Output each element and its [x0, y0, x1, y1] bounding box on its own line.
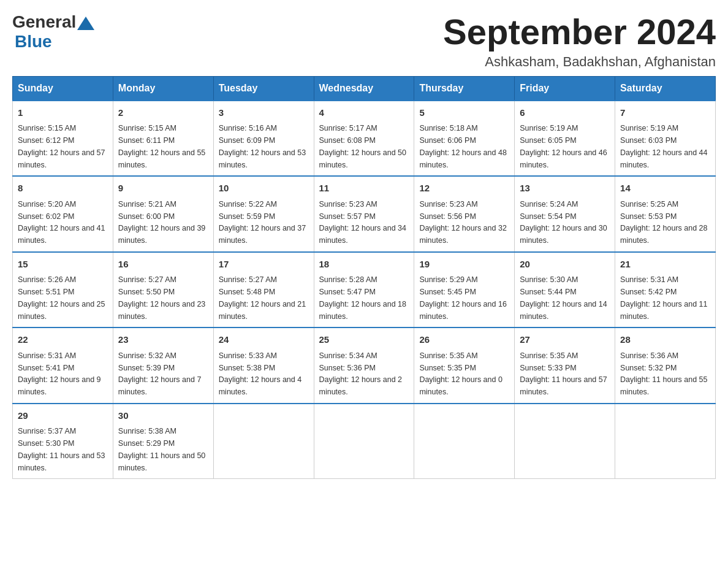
- day-info: Sunrise: 5:16 AMSunset: 6:09 PMDaylight:…: [219, 124, 306, 169]
- day-number: 5: [419, 106, 509, 120]
- day-info: Sunrise: 5:31 AMSunset: 5:41 PMDaylight:…: [18, 351, 101, 396]
- table-row: 1 Sunrise: 5:15 AMSunset: 6:12 PMDayligh…: [13, 101, 113, 177]
- day-info: Sunrise: 5:29 AMSunset: 5:45 PMDaylight:…: [419, 275, 506, 320]
- day-number: 3: [219, 106, 309, 120]
- table-row: 17 Sunrise: 5:27 AMSunset: 5:48 PMDaylig…: [213, 252, 314, 328]
- day-number: 19: [419, 258, 509, 272]
- table-row: 2 Sunrise: 5:15 AMSunset: 6:11 PMDayligh…: [113, 101, 213, 177]
- col-saturday: Saturday: [615, 76, 716, 101]
- table-row: 29 Sunrise: 5:37 AMSunset: 5:30 PMDaylig…: [13, 404, 113, 479]
- day-number: 16: [118, 258, 208, 272]
- day-number: 18: [319, 258, 409, 272]
- table-row: 18 Sunrise: 5:28 AMSunset: 5:47 PMDaylig…: [314, 252, 414, 328]
- location-title: Ashkasham, Badakhshan, Afghanistan: [443, 54, 716, 70]
- logo-triangle-icon: [77, 17, 94, 30]
- logo: General Blue: [12, 12, 96, 52]
- day-number: 20: [520, 258, 610, 272]
- table-row: 12 Sunrise: 5:23 AMSunset: 5:56 PMDaylig…: [414, 176, 515, 252]
- table-row: 21 Sunrise: 5:31 AMSunset: 5:42 PMDaylig…: [615, 252, 716, 328]
- table-row: 26 Sunrise: 5:35 AMSunset: 5:35 PMDaylig…: [414, 327, 515, 404]
- table-row: 23 Sunrise: 5:32 AMSunset: 5:39 PMDaylig…: [113, 327, 213, 404]
- table-row: [314, 404, 414, 479]
- day-number: 8: [18, 182, 108, 196]
- day-info: Sunrise: 5:32 AMSunset: 5:39 PMDaylight:…: [118, 351, 202, 396]
- table-row: [414, 404, 515, 479]
- day-info: Sunrise: 5:38 AMSunset: 5:29 PMDaylight:…: [118, 427, 205, 472]
- day-info: Sunrise: 5:17 AMSunset: 6:08 PMDaylight:…: [319, 124, 406, 169]
- table-row: 14 Sunrise: 5:25 AMSunset: 5:53 PMDaylig…: [615, 176, 716, 252]
- day-number: 6: [520, 106, 610, 120]
- logo-blue: Blue: [15, 32, 52, 51]
- day-info: Sunrise: 5:25 AMSunset: 5:53 PMDaylight:…: [620, 200, 707, 245]
- table-row: 3 Sunrise: 5:16 AMSunset: 6:09 PMDayligh…: [213, 101, 314, 177]
- day-info: Sunrise: 5:24 AMSunset: 5:54 PMDaylight:…: [520, 200, 607, 245]
- day-info: Sunrise: 5:33 AMSunset: 5:38 PMDaylight:…: [219, 351, 302, 396]
- day-info: Sunrise: 5:34 AMSunset: 5:36 PMDaylight:…: [319, 351, 403, 396]
- day-number: 24: [219, 333, 309, 347]
- day-info: Sunrise: 5:15 AMSunset: 6:11 PMDaylight:…: [118, 124, 205, 169]
- day-info: Sunrise: 5:30 AMSunset: 5:44 PMDaylight:…: [520, 275, 607, 320]
- day-info: Sunrise: 5:19 AMSunset: 6:03 PMDaylight:…: [620, 124, 707, 169]
- table-row: 30 Sunrise: 5:38 AMSunset: 5:29 PMDaylig…: [113, 404, 213, 479]
- col-tuesday: Tuesday: [213, 76, 314, 101]
- day-info: Sunrise: 5:27 AMSunset: 5:50 PMDaylight:…: [118, 275, 205, 320]
- col-thursday: Thursday: [414, 76, 515, 101]
- day-number: 27: [520, 333, 610, 347]
- day-info: Sunrise: 5:26 AMSunset: 5:51 PMDaylight:…: [18, 275, 105, 320]
- day-info: Sunrise: 5:15 AMSunset: 6:12 PMDaylight:…: [18, 124, 105, 169]
- day-number: 22: [18, 333, 108, 347]
- day-info: Sunrise: 5:31 AMSunset: 5:42 PMDaylight:…: [620, 275, 707, 320]
- day-number: 13: [520, 182, 610, 196]
- page-header: General Blue September 2024 Ashkasham, B…: [12, 12, 716, 70]
- day-info: Sunrise: 5:18 AMSunset: 6:06 PMDaylight:…: [419, 124, 506, 169]
- col-sunday: Sunday: [13, 76, 113, 101]
- day-info: Sunrise: 5:37 AMSunset: 5:30 PMDaylight:…: [18, 427, 105, 472]
- day-info: Sunrise: 5:35 AMSunset: 5:33 PMDaylight:…: [520, 351, 607, 396]
- calendar-week-row: 29 Sunrise: 5:37 AMSunset: 5:30 PMDaylig…: [13, 404, 716, 479]
- day-info: Sunrise: 5:19 AMSunset: 6:05 PMDaylight:…: [520, 124, 607, 169]
- table-row: [213, 404, 314, 479]
- day-number: 7: [620, 106, 710, 120]
- table-row: 16 Sunrise: 5:27 AMSunset: 5:50 PMDaylig…: [113, 252, 213, 328]
- day-info: Sunrise: 5:22 AMSunset: 5:59 PMDaylight:…: [219, 200, 306, 245]
- table-row: 20 Sunrise: 5:30 AMSunset: 5:44 PMDaylig…: [515, 252, 615, 328]
- day-number: 17: [219, 258, 309, 272]
- calendar-table: Sunday Monday Tuesday Wednesday Thursday…: [12, 76, 716, 480]
- table-row: 11 Sunrise: 5:23 AMSunset: 5:57 PMDaylig…: [314, 176, 414, 252]
- day-number: 28: [620, 333, 710, 347]
- day-number: 9: [118, 182, 208, 196]
- day-info: Sunrise: 5:36 AMSunset: 5:32 PMDaylight:…: [620, 351, 707, 396]
- logo-text: General: [12, 12, 96, 32]
- day-number: 21: [620, 258, 710, 272]
- day-info: Sunrise: 5:20 AMSunset: 6:02 PMDaylight:…: [18, 200, 105, 245]
- table-row: 15 Sunrise: 5:26 AMSunset: 5:51 PMDaylig…: [13, 252, 113, 328]
- calendar-week-row: 15 Sunrise: 5:26 AMSunset: 5:51 PMDaylig…: [13, 252, 716, 328]
- table-row: 4 Sunrise: 5:17 AMSunset: 6:08 PMDayligh…: [314, 101, 414, 177]
- day-number: 29: [18, 409, 108, 423]
- table-row: 9 Sunrise: 5:21 AMSunset: 6:00 PMDayligh…: [113, 176, 213, 252]
- logo-general: General: [12, 12, 76, 32]
- day-info: Sunrise: 5:35 AMSunset: 5:35 PMDaylight:…: [419, 351, 502, 396]
- day-number: 23: [118, 333, 208, 347]
- table-row: 10 Sunrise: 5:22 AMSunset: 5:59 PMDaylig…: [213, 176, 314, 252]
- day-info: Sunrise: 5:23 AMSunset: 5:56 PMDaylight:…: [419, 200, 506, 245]
- table-row: 24 Sunrise: 5:33 AMSunset: 5:38 PMDaylig…: [213, 327, 314, 404]
- table-row: 5 Sunrise: 5:18 AMSunset: 6:06 PMDayligh…: [414, 101, 515, 177]
- calendar-week-row: 8 Sunrise: 5:20 AMSunset: 6:02 PMDayligh…: [13, 176, 716, 252]
- day-info: Sunrise: 5:23 AMSunset: 5:57 PMDaylight:…: [319, 200, 406, 245]
- day-number: 30: [118, 409, 208, 423]
- table-row: 19 Sunrise: 5:29 AMSunset: 5:45 PMDaylig…: [414, 252, 515, 328]
- table-row: 13 Sunrise: 5:24 AMSunset: 5:54 PMDaylig…: [515, 176, 615, 252]
- day-info: Sunrise: 5:27 AMSunset: 5:48 PMDaylight:…: [219, 275, 306, 320]
- table-row: [615, 404, 716, 479]
- day-number: 12: [419, 182, 509, 196]
- month-title: September 2024: [443, 12, 716, 52]
- day-number: 26: [419, 333, 509, 347]
- day-number: 15: [18, 258, 108, 272]
- day-number: 4: [319, 106, 409, 120]
- day-number: 2: [118, 106, 208, 120]
- day-number: 1: [18, 106, 108, 120]
- title-area: September 2024 Ashkasham, Badakhshan, Af…: [443, 12, 716, 70]
- calendar-week-row: 1 Sunrise: 5:15 AMSunset: 6:12 PMDayligh…: [13, 101, 716, 177]
- calendar-week-row: 22 Sunrise: 5:31 AMSunset: 5:41 PMDaylig…: [13, 327, 716, 404]
